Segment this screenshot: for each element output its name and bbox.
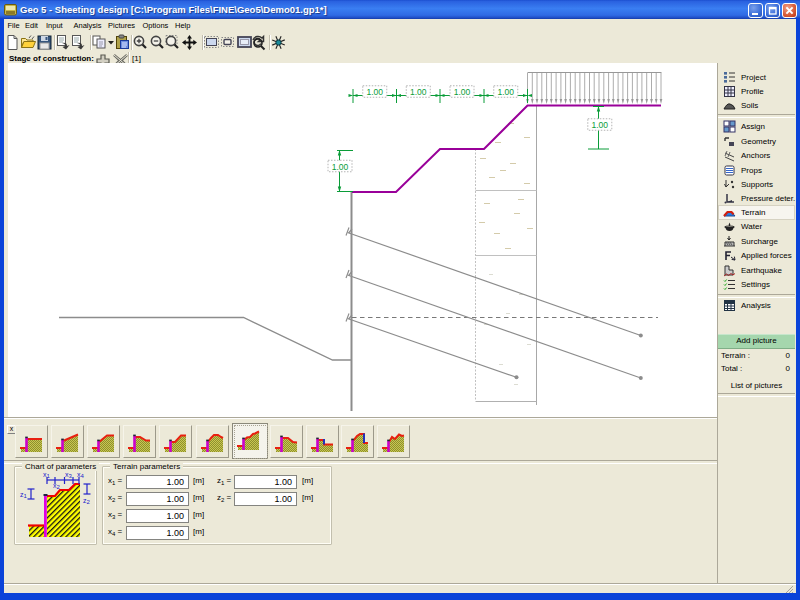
svg-text:1.00: 1.00 bbox=[592, 120, 609, 130]
svg-text:x1: x1 bbox=[43, 472, 51, 479]
svg-text:x3: x3 bbox=[65, 472, 73, 479]
svg-text:1.00: 1.00 bbox=[497, 87, 514, 97]
svg-text:1.00: 1.00 bbox=[410, 87, 427, 97]
svg-text:z2: z2 bbox=[83, 497, 91, 505]
svg-text:1.00: 1.00 bbox=[366, 87, 383, 97]
svg-text:z1: z1 bbox=[20, 491, 28, 499]
svg-text:1.00: 1.00 bbox=[332, 162, 349, 172]
svg-text:1.00: 1.00 bbox=[454, 87, 471, 97]
svg-text:x2: x2 bbox=[53, 482, 61, 490]
svg-text:x4: x4 bbox=[77, 472, 85, 479]
